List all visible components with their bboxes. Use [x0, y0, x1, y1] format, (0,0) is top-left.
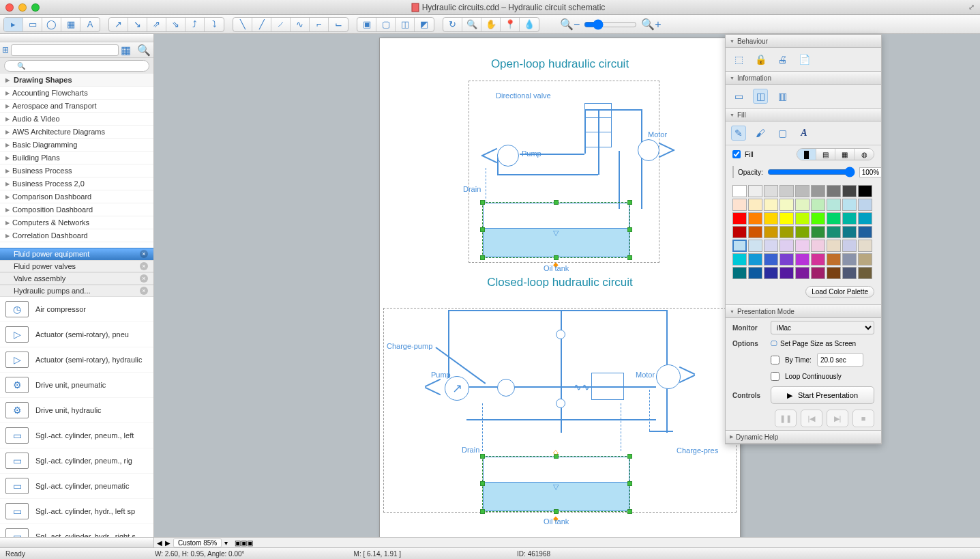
pin-tool[interactable]: 📍 — [501, 17, 520, 32]
color-swatch[interactable] — [748, 240, 762, 252]
color-swatch[interactable] — [779, 199, 794, 211]
library-category[interactable]: AWS Architecture Diagrams — [0, 126, 153, 139]
search-icon[interactable]: 🔍 — [136, 44, 151, 57]
library-category[interactable]: Accounting Flowcharts — [0, 87, 153, 100]
color-swatch[interactable] — [811, 212, 825, 225]
library-sublibrary[interactable]: Fluid power equipment× — [0, 248, 153, 260]
color-swatch[interactable] — [827, 226, 841, 238]
shape-library-item[interactable]: ▭Sgl.-act. cylinder, pneum., rig — [0, 448, 153, 474]
color-swatch[interactable] — [827, 267, 841, 279]
printer-icon[interactable]: 🖨 — [775, 52, 790, 67]
shape-library-item[interactable]: ▭Sgl.-act. cylinder, hydr., left sp — [0, 499, 153, 524]
next-button[interactable]: ▶| — [827, 410, 848, 427]
close-icon[interactable]: × — [140, 262, 148, 270]
close-window-button[interactable] — [5, 3, 14, 12]
color-swatch[interactable] — [827, 185, 841, 197]
color-swatch[interactable] — [811, 240, 825, 252]
group-tool-4[interactable]: ◩ — [415, 17, 434, 32]
color-swatch[interactable] — [779, 240, 794, 252]
fill-text-icon[interactable]: A — [797, 126, 812, 141]
fill-solid-btn[interactable]: █ — [797, 149, 816, 160]
library-category[interactable]: Building Plans — [0, 152, 153, 164]
color-swatch[interactable] — [748, 185, 762, 197]
info-layout1-icon[interactable]: ▭ — [731, 89, 746, 104]
connector-tool-4[interactable]: ⇘ — [166, 17, 185, 32]
color-swatch[interactable] — [842, 212, 857, 225]
opacity-slider[interactable] — [767, 167, 855, 177]
motor2-symbol[interactable] — [656, 364, 681, 389]
dynamic-help-section-header[interactable]: Dynamic Help — [726, 430, 881, 444]
color-swatch[interactable] — [732, 199, 747, 211]
color-swatch[interactable] — [842, 199, 857, 211]
color-swatch[interactable] — [827, 199, 841, 211]
shape-library-item[interactable]: ▷Actuator (semi-rotary), pneu — [0, 322, 153, 347]
color-swatch[interactable] — [748, 199, 762, 211]
pump2-symbol[interactable]: ↗ — [445, 376, 469, 401]
color-swatch[interactable] — [779, 185, 794, 197]
library-category[interactable]: Aerospace and Transport — [0, 100, 153, 113]
color-swatch[interactable] — [858, 185, 872, 197]
line-tool-1[interactable]: ╲ — [233, 17, 252, 32]
library-filter-input[interactable] — [11, 44, 119, 56]
grid-mode-icon[interactable]: ▦ — [121, 44, 134, 57]
color-swatch[interactable] — [764, 253, 778, 266]
charge-pump-symbol[interactable] — [497, 379, 515, 397]
close-icon[interactable]: × — [140, 250, 148, 258]
library-sublibrary[interactable]: Valve assembly× — [0, 272, 153, 285]
color-swatch[interactable] — [764, 212, 778, 225]
color-swatch[interactable] — [795, 199, 810, 211]
color-swatch[interactable] — [732, 240, 747, 252]
shape-library-item[interactable]: ▭Sgl.-act. cylinder, hydr., right s — [0, 524, 153, 537]
table-tool[interactable]: ▦ — [61, 17, 80, 32]
oil-tank-2-selection[interactable]: ▽ ◇ ◆ — [482, 456, 630, 512]
start-presentation-button[interactable]: ▶Start Presentation — [771, 386, 874, 404]
shape-library-item[interactable]: ⚙Drive unit, hydraulic — [0, 398, 153, 423]
zoom-in-icon[interactable]: 🔍+ — [641, 18, 661, 31]
color-swatch[interactable] — [732, 267, 747, 279]
library-category[interactable]: Audio & Video — [0, 113, 153, 126]
color-swatch[interactable] — [795, 253, 810, 266]
lock-icon[interactable]: 🔒 — [753, 52, 768, 67]
color-swatch[interactable] — [795, 226, 810, 238]
refresh-tool[interactable]: ↻ — [443, 17, 462, 32]
valve-block-symbol[interactable] — [591, 373, 624, 400]
prev-button[interactable]: |◀ — [801, 410, 822, 427]
color-swatch[interactable] — [795, 185, 810, 197]
color-swatch[interactable] — [764, 226, 778, 238]
connector-tool-5[interactable]: ⤴ — [185, 17, 205, 32]
library-category[interactable]: Computers & Networks — [0, 216, 153, 229]
zoom-tool[interactable]: 🔍 — [462, 17, 481, 32]
zoom-value[interactable]: Custom 85% — [173, 539, 222, 547]
hand-tool[interactable]: ✋ — [481, 17, 501, 32]
connector-tool-2[interactable]: ↘ — [128, 17, 147, 32]
color-swatch[interactable] — [811, 199, 825, 211]
library-sublibrary[interactable]: Hydraulic pumps and...× — [0, 285, 153, 297]
current-color-swatch[interactable] — [732, 166, 734, 178]
zoom-slider[interactable] — [584, 19, 637, 30]
color-swatch[interactable] — [858, 253, 872, 266]
rect-tool[interactable]: ▭ — [23, 17, 42, 32]
presentation-section-header[interactable]: Presentation Mode — [726, 304, 881, 318]
color-swatch[interactable] — [827, 212, 841, 225]
monitor-select[interactable]: iMac — [771, 321, 874, 334]
shape-library-item[interactable]: ⚙Drive unit, pneumatic — [0, 373, 153, 398]
color-swatch[interactable] — [811, 253, 825, 266]
library-category[interactable]: Business Process — [0, 164, 153, 177]
color-swatch[interactable] — [764, 267, 778, 279]
pump-symbol[interactable] — [497, 145, 519, 167]
color-swatch[interactable] — [764, 185, 778, 197]
select-tool[interactable]: ▸ — [4, 17, 23, 32]
color-swatch[interactable] — [779, 212, 794, 225]
fill-section-header[interactable]: Fill — [726, 108, 881, 121]
close-icon[interactable]: × — [140, 274, 148, 283]
line-tool-5[interactable]: ⌐ — [310, 17, 329, 32]
expand-icon[interactable]: ⤢ — [968, 3, 975, 12]
shape-library-item[interactable]: ▭Sgl.-act. cylinder, pneumatic — [0, 474, 153, 499]
color-swatch[interactable] — [748, 267, 762, 279]
color-swatch[interactable] — [827, 240, 841, 252]
close-icon[interactable]: × — [140, 287, 148, 295]
group-tool-1[interactable]: ▣ — [357, 17, 376, 32]
group-tool-3[interactable]: ◫ — [396, 17, 415, 32]
minimize-window-button[interactable] — [18, 3, 27, 12]
library-search-input[interactable] — [4, 60, 149, 72]
